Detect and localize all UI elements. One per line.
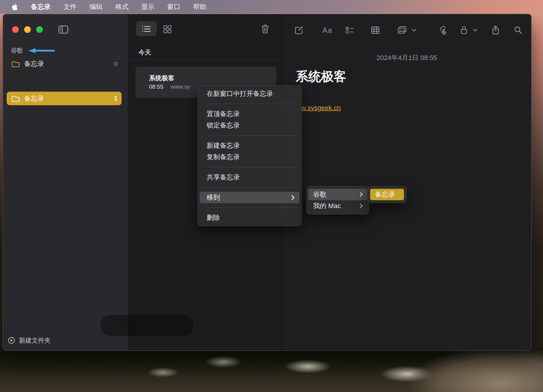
trash-button[interactable] [261, 24, 269, 34]
folder-label: 备忘录 [24, 59, 114, 68]
menu-item-move-to[interactable]: 移到 [200, 192, 300, 203]
blue-arrow-annotation [28, 48, 56, 53]
note-title: 系统极客 [149, 74, 270, 82]
menubar-item-edit[interactable]: 编辑 [89, 2, 103, 11]
lock-icon[interactable] [460, 26, 468, 35]
menu-separator [205, 207, 298, 208]
plus-circle-icon [8, 337, 15, 344]
media-icon[interactable] [397, 26, 407, 35]
sidebar-toggle-icon[interactable] [58, 25, 68, 34]
chevron-right-icon [360, 192, 363, 197]
menubar-item-notes[interactable]: 备忘录 [31, 2, 51, 11]
list-view-button[interactable] [136, 21, 157, 36]
menu-item-pin-note[interactable]: 置顶备忘录 [200, 108, 300, 120]
editor-pane: Aa [282, 14, 531, 350]
share-icon[interactable] [491, 25, 500, 35]
submenu-item-google[interactable]: 谷歌 [308, 189, 367, 200]
folder-count: 1 [114, 95, 117, 102]
date-group-header: 今天 [138, 48, 151, 57]
menu-item-open-in-new-window[interactable]: 在新窗口中打开备忘录 [200, 88, 300, 100]
gallery-view-icon [163, 25, 172, 33]
folder-icon [11, 60, 20, 68]
menu-item-share-note[interactable]: 共享备忘录 [200, 172, 300, 183]
zoom-button[interactable] [36, 26, 43, 33]
note-preview: www.sy [171, 83, 190, 91]
menu-item-duplicate-note[interactable]: 复制备忘录 [200, 151, 300, 163]
minimize-button[interactable] [24, 26, 31, 33]
compose-note-icon[interactable] [294, 26, 303, 35]
checklist-icon[interactable] [345, 26, 354, 35]
menu-bar: 备忘录 文件 编辑 格式 显示 窗口 帮助 [0, 0, 543, 14]
gallery-view-button[interactable] [163, 25, 172, 33]
new-folder-button[interactable]: 新建文件夹 [8, 336, 51, 345]
sidebar-folder-mymac-notes-selected[interactable]: 备忘录 1 [7, 92, 122, 105]
format-style-button[interactable]: Aa [322, 26, 332, 35]
menubar-item-format[interactable]: 格式 [115, 2, 129, 11]
folder-count: 0 [114, 61, 117, 68]
editor-toolbar: Aa [282, 23, 531, 37]
menu-item-new-note[interactable]: 新建备忘录 [200, 140, 300, 151]
submenu-item-notes-folder[interactable]: 备忘录 [370, 189, 404, 200]
menu-separator [205, 167, 298, 167]
menu-separator [205, 135, 298, 136]
menu-separator [205, 104, 298, 104]
menubar-item-view[interactable]: 显示 [141, 2, 154, 11]
screen: 备忘录 文件 编辑 格式 显示 窗口 帮助 谷歌 [0, 0, 543, 392]
table-icon[interactable] [371, 26, 380, 35]
menu-item-lock-note[interactable]: 锁定备忘录 [200, 120, 300, 131]
menubar-item-window[interactable]: 窗口 [167, 2, 180, 11]
chevron-down-icon[interactable] [411, 29, 416, 32]
move-to-submenu: 谷歌 我的 Mac [306, 186, 369, 214]
new-folder-label: 新建文件夹 [19, 336, 51, 345]
sidebar-section-google: 谷歌 [11, 46, 23, 55]
submenu-item-mymac[interactable]: 我的 Mac [308, 200, 367, 212]
pane-divider[interactable] [128, 14, 128, 350]
note-time: 08:55 [149, 83, 164, 91]
note-context-menu: 在新窗口中打开备忘录 置顶备忘录 锁定备忘录 新建备忘录 复制备忘录 共享备忘录… [198, 85, 302, 226]
dark-overlay-blob [100, 315, 193, 336]
chevron-right-icon [291, 195, 295, 200]
sidebar: 谷歌 备忘录 0 我的 Mac 备忘录 1 [3, 14, 128, 350]
divider [128, 59, 282, 60]
folder-icon [11, 95, 20, 102]
add-link-icon[interactable] [437, 25, 447, 35]
folder-submenu: 备忘录 [367, 186, 407, 203]
sidebar-folder-google-notes[interactable]: 备忘录 0 [7, 58, 122, 70]
trash-icon [261, 24, 269, 34]
menubar-item-help[interactable]: 帮助 [193, 2, 206, 11]
menu-item-delete[interactable]: 删除 [200, 212, 300, 223]
note-body-title: 系统极客 [296, 69, 346, 84]
chevron-down-icon[interactable] [473, 29, 478, 32]
folder-label: 备忘录 [24, 94, 114, 103]
search-icon[interactable] [514, 26, 523, 35]
note-date-line: 2024年4月1日 08:55 [282, 53, 531, 62]
menubar-item-file[interactable]: 文件 [63, 2, 77, 11]
close-button[interactable] [12, 26, 19, 33]
menu-separator [205, 187, 298, 188]
apple-menu-icon[interactable] [11, 4, 18, 10]
chevron-right-icon [360, 204, 363, 208]
list-view-icon [141, 25, 151, 33]
